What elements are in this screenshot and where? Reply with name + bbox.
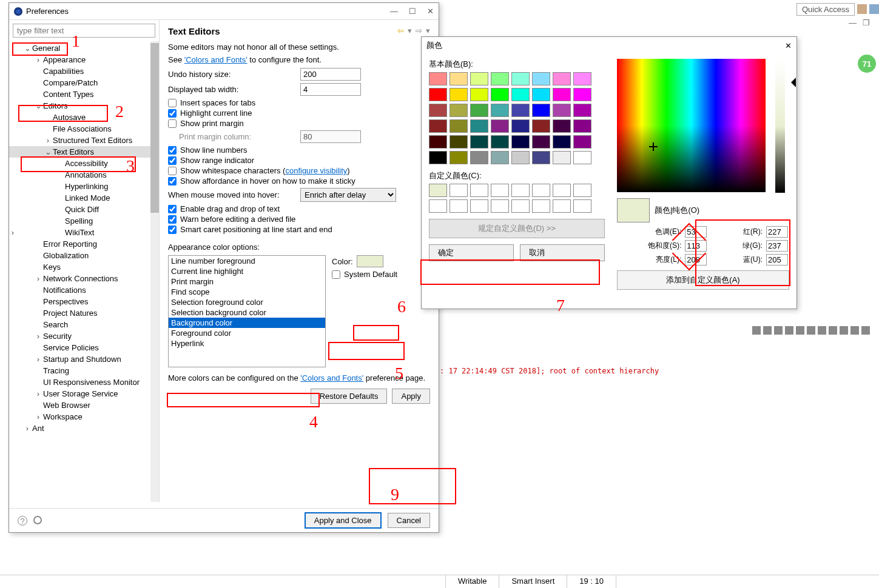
custom-swatch[interactable] bbox=[470, 184, 488, 197]
tree-item[interactable]: Content Types bbox=[9, 89, 159, 100]
basic-swatch[interactable] bbox=[450, 104, 468, 117]
titlebar[interactable]: Preferences — ☐ ✕ bbox=[9, 3, 439, 20]
basic-swatch[interactable] bbox=[450, 88, 468, 101]
cancel-button[interactable]: Cancel bbox=[388, 513, 430, 528]
tree-item[interactable]: UI Responsiveness Monitor bbox=[9, 376, 159, 388]
tree-item[interactable]: Perspectives bbox=[9, 296, 159, 307]
toolbar-icon[interactable] bbox=[796, 326, 804, 335]
chevron-right-icon[interactable]: › bbox=[35, 412, 42, 421]
line-numbers-checkbox[interactable] bbox=[168, 146, 177, 155]
basic-swatch[interactable] bbox=[429, 135, 447, 149]
custom-swatch[interactable] bbox=[573, 199, 591, 213]
chevron-down-icon[interactable]: ⌄ bbox=[24, 44, 31, 53]
toolbar-icon[interactable] bbox=[850, 326, 859, 335]
toolbar-icon[interactable] bbox=[807, 326, 815, 335]
minimize-icon[interactable]: — bbox=[390, 7, 398, 16]
chevron-right-icon[interactable]: › bbox=[44, 136, 52, 145]
tree-item[interactable]: ›Ant bbox=[9, 423, 159, 434]
list-item-background-color[interactable]: Background color bbox=[169, 318, 325, 328]
basic-swatch[interactable] bbox=[429, 72, 447, 85]
apply-close-button[interactable]: Apply and Close bbox=[305, 512, 382, 529]
quick-access[interactable]: Quick Access bbox=[796, 3, 855, 16]
restore-defaults-button[interactable]: Restore Defaults bbox=[311, 389, 388, 404]
basic-swatch[interactable] bbox=[553, 72, 571, 85]
tree-item[interactable]: ›Appearance bbox=[9, 54, 159, 65]
custom-swatch[interactable] bbox=[450, 184, 468, 197]
basic-swatch[interactable] bbox=[532, 135, 550, 149]
basic-swatch[interactable] bbox=[470, 88, 488, 101]
tree-item[interactable]: Quick Diff bbox=[9, 204, 159, 215]
preference-tree[interactable]: ⌄General ›Appearance Capabilities Compar… bbox=[9, 41, 159, 502]
tree-editors[interactable]: ⌄Editors bbox=[9, 100, 159, 112]
basic-swatch[interactable] bbox=[491, 104, 509, 117]
hue-sat-picker[interactable] bbox=[617, 59, 766, 192]
chevron-right-icon[interactable]: › bbox=[35, 355, 42, 364]
range-checkbox[interactable] bbox=[168, 156, 177, 165]
list-item[interactable]: Selection background color bbox=[169, 307, 325, 318]
filter-input[interactable] bbox=[13, 24, 155, 38]
basic-swatch[interactable] bbox=[573, 135, 591, 149]
basic-swatch[interactable] bbox=[553, 104, 571, 117]
print-margin-checkbox[interactable] bbox=[168, 119, 177, 128]
scrollbar-thumb[interactable] bbox=[150, 43, 159, 213]
toolbar-icon[interactable] bbox=[774, 326, 783, 335]
basic-swatch[interactable] bbox=[511, 88, 530, 101]
add-custom-button[interactable]: 添加到自定义颜色(A) bbox=[617, 270, 789, 290]
tree-item[interactable]: ›Network Connections bbox=[9, 273, 159, 284]
custom-swatch[interactable] bbox=[450, 199, 468, 213]
chevron-right-icon[interactable]: › bbox=[35, 274, 42, 283]
basic-swatch[interactable] bbox=[470, 151, 488, 164]
basic-swatch[interactable] bbox=[491, 119, 509, 133]
custom-swatch[interactable] bbox=[553, 184, 571, 197]
color-swatch-button[interactable] bbox=[357, 255, 383, 267]
minimize-icon[interactable]: — bbox=[849, 18, 857, 27]
basic-swatch[interactable] bbox=[429, 104, 447, 117]
list-item[interactable]: Current line highlight bbox=[169, 266, 325, 276]
chevron-down-icon[interactable]: ⌄ bbox=[44, 147, 52, 156]
define-custom-button[interactable]: 规定自定义颜色(D) >> bbox=[429, 219, 605, 238]
apply-button[interactable]: Apply bbox=[392, 389, 430, 404]
highlight-checkbox[interactable] bbox=[168, 109, 177, 118]
basic-swatch[interactable] bbox=[553, 151, 571, 164]
ok-button[interactable]: 确定 bbox=[429, 244, 514, 261]
toolbar-icon[interactable] bbox=[861, 326, 870, 335]
color-titlebar[interactable]: 颜色 ✕ bbox=[422, 37, 796, 54]
toolbar-icon[interactable] bbox=[763, 326, 772, 335]
basic-swatch[interactable] bbox=[511, 104, 530, 117]
custom-swatch[interactable] bbox=[573, 184, 591, 197]
close-icon[interactable]: ✕ bbox=[427, 7, 434, 16]
basic-swatch[interactable] bbox=[511, 72, 530, 85]
tab-input[interactable] bbox=[300, 83, 361, 96]
back-menu-icon[interactable]: ▾ bbox=[408, 26, 412, 35]
basic-swatch[interactable] bbox=[532, 151, 550, 164]
toolbar-icon[interactable] bbox=[752, 326, 761, 335]
help-icon[interactable]: ? bbox=[18, 516, 27, 526]
tree-item[interactable]: Globalization bbox=[9, 250, 159, 261]
picker-cursor[interactable] bbox=[650, 144, 656, 150]
luminance-arrow[interactable] bbox=[786, 78, 796, 87]
tree-item[interactable]: Hyperlinking bbox=[9, 181, 159, 192]
basic-swatch[interactable] bbox=[429, 119, 447, 133]
basic-swatch[interactable] bbox=[573, 72, 591, 85]
luminance-bar[interactable] bbox=[775, 59, 785, 193]
basic-swatch[interactable] bbox=[553, 119, 571, 133]
custom-swatch[interactable] bbox=[470, 199, 488, 213]
lum-input[interactable] bbox=[685, 254, 707, 266]
colors-fonts-link-2[interactable]: 'Colors and Fonts' bbox=[300, 373, 363, 383]
basic-swatch[interactable] bbox=[532, 104, 550, 117]
basic-swatch[interactable] bbox=[553, 135, 571, 149]
list-item[interactable]: Selection foreground color bbox=[169, 297, 325, 307]
tree-item[interactable]: Capabilities bbox=[9, 65, 159, 77]
close-icon[interactable]: ✕ bbox=[785, 41, 792, 50]
basic-swatch[interactable] bbox=[532, 72, 550, 85]
basic-swatch[interactable] bbox=[470, 135, 488, 149]
tree-item[interactable]: Spelling bbox=[9, 215, 159, 227]
tree-text-editors[interactable]: ⌄Text Editors bbox=[9, 146, 159, 158]
scrollbar[interactable] bbox=[150, 41, 159, 502]
custom-swatch[interactable] bbox=[429, 184, 447, 197]
tree-item[interactable]: Project Natures bbox=[9, 307, 159, 319]
toolbar-icon[interactable] bbox=[829, 326, 837, 335]
toolbar-icon[interactable] bbox=[840, 326, 848, 335]
cancel-color-button[interactable]: 取消 bbox=[520, 244, 605, 261]
basic-swatch[interactable] bbox=[511, 135, 530, 149]
